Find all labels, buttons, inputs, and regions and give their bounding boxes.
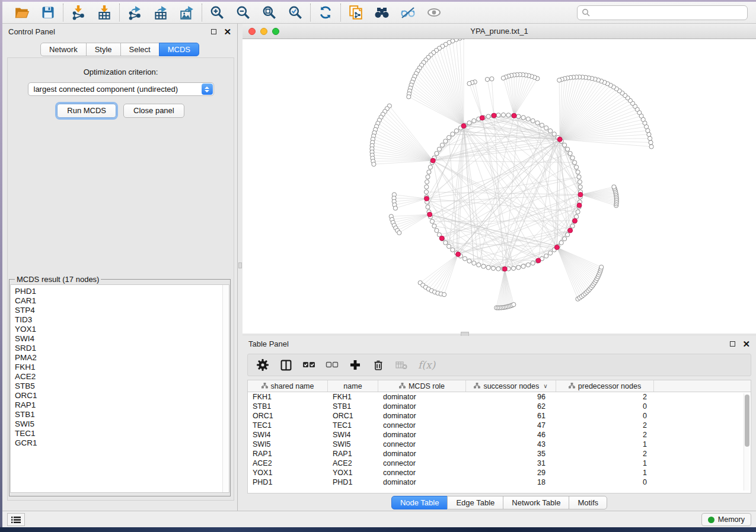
unselect-all-columns-icon[interactable] <box>326 358 339 371</box>
tab-select[interactable]: Select <box>120 43 160 56</box>
close-panel-icon[interactable]: ✕ <box>742 339 750 348</box>
mcds-result-item[interactable]: STB5 <box>15 382 229 391</box>
mcds-result-item[interactable]: YOX1 <box>15 325 229 334</box>
mcds-hub-node[interactable] <box>502 267 507 271</box>
table-row[interactable]: STB1STB1dominator620 <box>248 402 751 411</box>
split-columns-icon[interactable] <box>279 358 292 371</box>
table-row[interactable]: SWI4SWI4dominator462 <box>248 430 751 440</box>
mcds-hub-node[interactable] <box>492 113 496 118</box>
copy-network-icon[interactable] <box>347 4 365 21</box>
column-header-predecessor-nodes[interactable]: predecessor nodes <box>556 380 654 392</box>
mcds-result-item[interactable]: TID3 <box>15 315 229 325</box>
gear-icon[interactable] <box>256 358 269 371</box>
table-row[interactable]: RAP1RAP1dominator352 <box>248 449 751 459</box>
delete-column-icon[interactable] <box>372 358 385 371</box>
mcds-hub-node[interactable] <box>480 116 484 120</box>
table-row[interactable]: FKH1FKH1dominator962 <box>248 392 751 402</box>
mcds-result-item[interactable]: PMA2 <box>15 353 229 363</box>
mcds-result-item[interactable]: STP4 <box>15 306 229 315</box>
save-session-icon[interactable] <box>39 4 57 21</box>
mcds-hub-node[interactable] <box>573 219 578 223</box>
mcds-hub-node[interactable] <box>439 236 444 241</box>
tab-network[interactable]: Network <box>40 43 87 56</box>
mcds-hub-node[interactable] <box>557 137 562 142</box>
mcds-list-scrollbar[interactable] <box>222 285 229 492</box>
float-panel-icon[interactable] <box>730 341 735 347</box>
export-table-icon[interactable] <box>152 4 170 21</box>
select-all-columns-icon[interactable] <box>302 358 315 371</box>
close-panel-button[interactable]: Close panel <box>123 104 184 118</box>
network-graph[interactable] <box>243 39 756 334</box>
table-cell-shared_name: TEC1 <box>248 421 328 430</box>
tab-network-table[interactable]: Network Table <box>503 496 569 509</box>
network-window-titlebar[interactable]: YPA_prune.txt_1 <box>243 24 756 39</box>
mcds-result-list[interactable]: PHD1CAR1STP4TID3YOX1SWI4SRD1PMA2FKH1ACE2… <box>10 284 229 493</box>
column-header-successor-nodes[interactable]: successor nodes∨ <box>466 380 556 392</box>
eye-icon[interactable] <box>425 4 443 21</box>
close-panel-icon[interactable]: ✕ <box>224 27 231 36</box>
zoom-selected-icon[interactable] <box>286 4 304 21</box>
mcds-hub-node[interactable] <box>456 252 461 257</box>
mcds-hub-node[interactable] <box>430 158 435 163</box>
zoom-out-icon[interactable] <box>234 4 252 21</box>
tab-style[interactable]: Style <box>86 43 121 56</box>
scrollbar-thumb[interactable] <box>745 395 749 447</box>
table-cell-predecessor_nodes: 0 <box>556 402 654 411</box>
import-network-icon[interactable] <box>69 4 87 21</box>
binoculars-icon[interactable] <box>373 4 391 21</box>
memory-button[interactable]: Memory <box>701 513 751 526</box>
show-panels-list-button[interactable] <box>7 513 25 526</box>
tab-motifs[interactable]: Motifs <box>569 496 607 509</box>
mcds-result-item[interactable]: SWI4 <box>15 334 229 344</box>
table-row[interactable]: ACE2ACE2connector311 <box>248 459 751 468</box>
tab-mcds[interactable]: MCDS <box>159 43 199 56</box>
mcds-hub-node[interactable] <box>577 203 582 208</box>
mcds-hub-node[interactable] <box>536 258 541 263</box>
mcds-result-item[interactable]: TEC1 <box>15 429 229 438</box>
search-input[interactable] <box>577 5 748 20</box>
open-session-icon[interactable] <box>13 4 31 21</box>
column-header-MCDS-role[interactable]: MCDS role <box>378 380 466 392</box>
float-panel-icon[interactable] <box>211 29 216 34</box>
vertical-splitter[interactable] <box>238 24 243 511</box>
splitter-handle[interactable] <box>238 262 242 268</box>
export-network-icon[interactable] <box>126 4 143 21</box>
zoom-fit-icon[interactable] <box>260 4 278 21</box>
column-header-shared-name[interactable]: shared name <box>248 380 328 392</box>
export-image-icon[interactable] <box>178 4 196 21</box>
zoom-in-icon[interactable] <box>208 4 226 21</box>
mcds-result-item[interactable]: ACE2 <box>15 372 229 382</box>
mcds-result-item[interactable]: ORC1 <box>15 391 229 400</box>
run-mcds-button[interactable]: Run MCDS <box>57 104 116 118</box>
mcds-hub-node[interactable] <box>512 113 516 118</box>
mcds-hub-node[interactable] <box>425 196 429 201</box>
mcds-hub-node[interactable] <box>578 193 583 197</box>
mcds-hub-node[interactable] <box>428 212 432 217</box>
table-scrollbar[interactable] <box>744 393 749 491</box>
mcds-result-item[interactable]: SWI5 <box>15 419 229 429</box>
mcds-result-item[interactable]: RAP1 <box>15 400 229 410</box>
table-row[interactable]: SWI5SWI5connector431 <box>248 440 751 449</box>
mcds-hub-node[interactable] <box>554 245 559 250</box>
add-column-icon[interactable] <box>349 358 362 371</box>
mcds-result-item[interactable]: STB1 <box>15 410 229 419</box>
import-table-icon[interactable] <box>95 4 113 21</box>
table-row[interactable]: YOX1YOX1connector291 <box>248 468 751 477</box>
tab-edge-table[interactable]: Edge Table <box>447 496 503 509</box>
mcds-result-item[interactable]: SRD1 <box>15 344 229 353</box>
mcds-hub-node[interactable] <box>461 124 466 129</box>
table-row[interactable]: TEC1TEC1connector472 <box>248 421 751 430</box>
mcds-result-item[interactable]: CAR1 <box>15 296 229 306</box>
refresh-layout-icon[interactable] <box>317 4 334 21</box>
tab-node-table[interactable]: Node Table <box>391 496 448 509</box>
hide-glasses-icon[interactable] <box>399 4 417 21</box>
optimization-criterion-select[interactable]: largest connected component (undirected) <box>28 82 214 96</box>
table-row[interactable]: PHD1PHD1dominator180 <box>248 477 751 487</box>
mcds-result-item[interactable]: GCR1 <box>15 438 229 448</box>
mcds-hub-node[interactable] <box>568 228 573 233</box>
mcds-result-item[interactable]: PHD1 <box>15 287 229 296</box>
mcds-result-item[interactable]: FKH1 <box>15 363 229 372</box>
table-row[interactable]: ORC1ORC1dominator610 <box>248 411 751 421</box>
network-canvas[interactable] <box>243 39 756 334</box>
column-header-name[interactable]: name <box>328 380 378 392</box>
